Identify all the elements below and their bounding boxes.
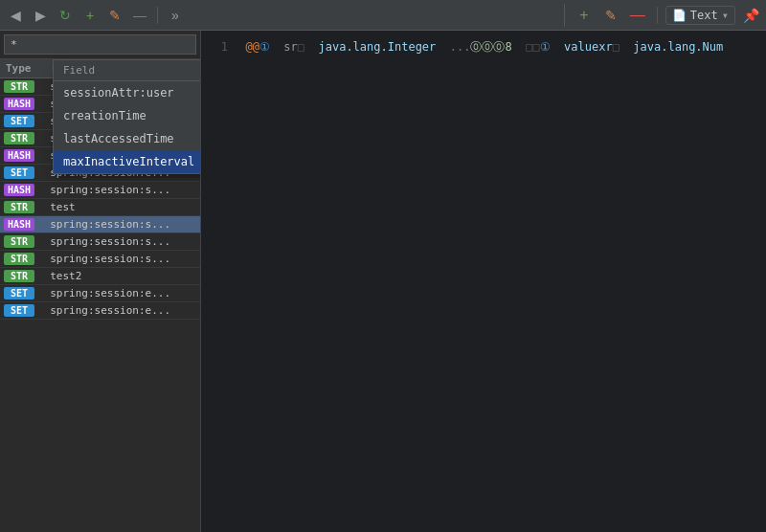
type-cell: HASH <box>0 216 46 233</box>
field-dropdown: Field sessionAttr:usercreationTimelastAc… <box>53 59 201 174</box>
type-badge: STR <box>4 270 34 282</box>
type-cell: STR <box>0 233 46 251</box>
table-row[interactable]: STR test2 <box>0 268 200 285</box>
search-bar <box>0 31 200 59</box>
key-cell: spring:session:s... <box>46 216 200 233</box>
type-cell: SET <box>0 302 46 320</box>
type-badge: STR <box>4 201 34 213</box>
type-badge: STR <box>4 132 34 144</box>
type-badge: HASH <box>4 184 34 196</box>
type-cell: HASH <box>0 96 46 113</box>
dropdown-item[interactable]: maxInactiveInterval <box>54 150 201 173</box>
edit2-btn[interactable]: ✎ <box>599 4 622 27</box>
text-format-dropdown[interactable]: 📄 Text ▾ <box>665 6 735 25</box>
more-btn[interactable]: » <box>164 4 187 27</box>
back-btn[interactable]: ◀ <box>4 4 27 27</box>
type-badge: HASH <box>4 218 34 231</box>
key-cell: test2 <box>46 268 200 285</box>
type-badge: STR <box>4 80 34 93</box>
delete-btn[interactable]: — <box>128 4 151 27</box>
toolbar-right: + ✎ — 📄 Text ▾ 📌 <box>564 4 762 27</box>
type-badge: HASH <box>4 98 34 110</box>
type-cell: STR <box>0 130 46 147</box>
line-number: 1 <box>209 38 228 56</box>
chevron-down-icon: ▾ <box>722 9 729 22</box>
type-badge: STR <box>4 253 34 265</box>
content-line-1: 1 @@① sr□ java.lang.Integer ...⓪⓪⓪8 □□① … <box>209 38 758 56</box>
type-cell: HASH <box>0 182 46 199</box>
forward-btn[interactable]: ▶ <box>29 4 52 27</box>
text-format-icon: 📄 <box>672 9 687 22</box>
table-row[interactable]: STR spring:session:s... <box>0 233 200 251</box>
key-cell: spring:session:s... <box>46 251 200 268</box>
main-toolbar: ◀ ▶ ↻ + ✎ — » + ✎ — 📄 Text ▾ 📌 <box>0 0 766 31</box>
type-badge: HASH <box>4 149 34 162</box>
type-cell: SET <box>0 113 46 130</box>
dropdown-item[interactable]: creationTime <box>54 104 201 127</box>
main-area: Type Key STR spring:session:s... HASH sp… <box>0 31 766 532</box>
key-cell: spring:session:e... <box>46 302 200 320</box>
table-row[interactable]: STR spring:session:s... <box>0 251 200 268</box>
type-badge: STR <box>4 235 34 248</box>
type-cell: STR <box>0 199 46 216</box>
edit-btn[interactable]: ✎ <box>103 4 126 27</box>
left-panel: Type Key STR spring:session:s... HASH sp… <box>0 31 201 532</box>
key-cell: spring:session:s... <box>46 233 200 251</box>
type-badge: SET <box>4 287 34 299</box>
key-cell: spring:session:e... <box>46 285 200 302</box>
reload-btn[interactable]: ↻ <box>54 4 77 27</box>
table-row[interactable]: STR test <box>0 199 200 216</box>
type-cell: STR <box>0 78 46 96</box>
table-row[interactable]: HASH spring:session:s... <box>0 182 200 199</box>
dropdown-item[interactable]: lastAccessedTime <box>54 127 201 150</box>
pin-btn[interactable]: 📌 <box>739 4 762 27</box>
add-btn[interactable]: + <box>79 4 101 27</box>
type-badge: SET <box>4 304 34 317</box>
key-cell: test <box>46 199 200 216</box>
table-row[interactable]: HASH spring:session:s... <box>0 216 200 233</box>
table-row[interactable]: SET spring:session:e... <box>0 285 200 302</box>
right-panel: 1 @@① sr□ java.lang.Integer ...⓪⓪⓪8 □□① … <box>201 31 766 532</box>
right-content: 1 @@① sr□ java.lang.Integer ...⓪⓪⓪8 □□① … <box>201 31 766 532</box>
type-cell: STR <box>0 251 46 268</box>
search-input[interactable] <box>4 34 196 55</box>
dropdown-header: Field <box>54 60 201 81</box>
type-cell: SET <box>0 285 46 302</box>
type-cell: SET <box>0 165 46 182</box>
text-format-label: Text <box>690 9 718 22</box>
content-text: @@① sr□ java.lang.Integer ...⓪⓪⓪8 □□① va… <box>232 38 723 56</box>
type-cell: HASH <box>0 147 46 165</box>
key-cell: spring:session:s... <box>46 182 200 199</box>
dropdown-item[interactable]: sessionAttr:user <box>54 81 201 104</box>
add2-btn[interactable]: + <box>573 4 596 27</box>
separator <box>157 7 158 24</box>
type-cell: STR <box>0 268 46 285</box>
table-row[interactable]: SET spring:session:e... <box>0 302 200 320</box>
separator2 <box>657 7 658 24</box>
type-column-header: Type <box>0 59 46 78</box>
type-badge: SET <box>4 115 34 127</box>
delete2-btn[interactable]: — <box>626 4 649 27</box>
type-badge: SET <box>4 166 34 179</box>
